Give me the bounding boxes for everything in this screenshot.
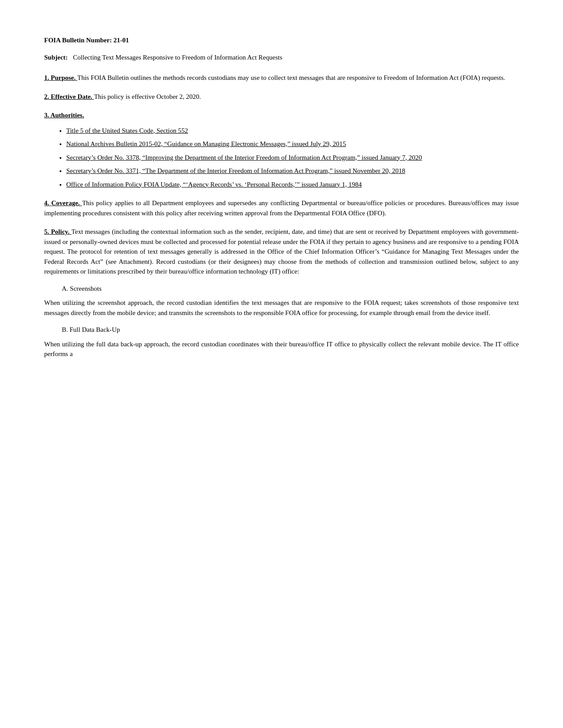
policy-heading-text: Policy. [51,228,69,235]
authorities-list: Title 5 of the United States Code, Secti… [66,126,519,190]
subsection-b-body: When utilizing the full data back-up app… [44,339,519,359]
section-effective-date: 2. Effective Date. This policy is effect… [44,92,519,102]
effective-date-number: 2. [44,93,49,100]
purpose-paragraph: 1. Purpose. This FOIA Bulletin outlines … [44,73,519,83]
subject-label: Subject: [44,53,68,63]
coverage-heading-text: Coverage. [51,199,80,206]
section-authorities: 3. Authorities. Title 5 of the United St… [44,110,519,189]
effective-date-body: This policy is effective October 2, 2020… [94,93,201,100]
policy-paragraph: 5. Policy. Text messages (including the … [44,227,519,277]
bulletin-label: FOIA Bulletin Number: [44,37,112,44]
subsection-a-heading: A. Screenshots [62,284,519,294]
subsection-b-heading: B. Full Data Back-Up [62,325,519,335]
purpose-heading-text: Purpose. [51,74,76,81]
authorities-heading: 3. Authorities. [44,110,519,120]
subsection-a-body: When utilizing the screenshot approach, … [44,298,519,318]
subject-line: Subject: Collecting Text Messages Respon… [44,53,519,63]
list-item: Title 5 of the United States Code, Secti… [66,126,519,136]
purpose-body: This FOIA Bulletin outlines the methods … [77,74,505,81]
authorities-heading-text: Authorities. [50,112,84,119]
list-item: National Archives Bulletin 2015-02, “Gui… [66,139,519,149]
list-item: Office of Information Policy FOIA Update… [66,180,519,190]
subject-text: Collecting Text Messages Responsive to F… [73,53,282,63]
policy-heading: 5. Policy. [44,228,72,235]
effective-date-heading: 2. Effective Date. [44,93,94,100]
coverage-body: This policy applies to all Department em… [44,199,519,217]
section-coverage: 4. Coverage. This policy applies to all … [44,198,519,218]
policy-body: Text messages (including the contextual … [44,228,519,275]
coverage-number: 4. [44,199,49,206]
section-policy: 5. Policy. Text messages (including the … [44,227,519,359]
coverage-heading: 4. Coverage. [44,199,82,206]
list-item: Secretary’s Order No. 3378, “Improving t… [66,153,519,163]
policy-number: 5. [44,228,49,235]
effective-date-heading-text: Effective Date. [51,93,92,100]
foia-bulletin-number-line: FOIA Bulletin Number: 21-01 [44,35,519,45]
authorities-number: 3. [44,112,49,119]
effective-date-paragraph: 2. Effective Date. This policy is effect… [44,92,519,102]
purpose-heading: 1. Purpose. [44,74,77,81]
section-purpose: 1. Purpose. This FOIA Bulletin outlines … [44,73,519,83]
bulletin-number: 21-01 [113,37,129,44]
purpose-number: 1. [44,74,49,81]
coverage-paragraph: 4. Coverage. This policy applies to all … [44,198,519,218]
list-item: Secretary’s Order No. 3371, “The Departm… [66,166,519,176]
